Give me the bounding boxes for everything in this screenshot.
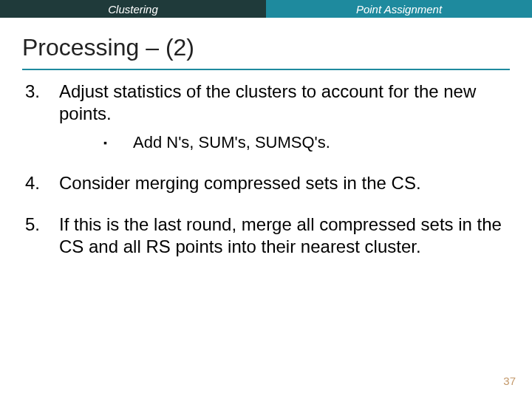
list-item: 3. Adjust statistics of the clusters to … <box>25 81 507 153</box>
topbar-right: Point Assignment <box>266 0 532 18</box>
list-item: 4. Consider merging compressed sets in t… <box>25 172 507 194</box>
item-number: 3. <box>25 81 59 153</box>
item-number: 5. <box>25 214 59 258</box>
content-area: 3. Adjust statistics of the clusters to … <box>0 70 532 258</box>
sub-item: ▪ Add N's, SUM's, SUMSQ's. <box>103 132 507 153</box>
topbar-left: Clustering <box>0 0 266 18</box>
item-number: 4. <box>25 172 59 194</box>
item-text: Adjust statistics of the clusters to acc… <box>59 81 507 125</box>
square-bullet-icon: ▪ <box>103 132 133 153</box>
slide-title: Processing – (2) <box>22 34 510 61</box>
list-item: 5. If this is the last round, merge all … <box>25 214 507 258</box>
item-text: If this is the last round, merge all com… <box>59 214 507 258</box>
page-number: 37 <box>503 375 516 387</box>
top-bar: Clustering Point Assignment <box>0 0 532 18</box>
sub-item-text: Add N's, SUM's, SUMSQ's. <box>133 132 330 153</box>
item-text: Consider merging compressed sets in the … <box>59 172 421 194</box>
